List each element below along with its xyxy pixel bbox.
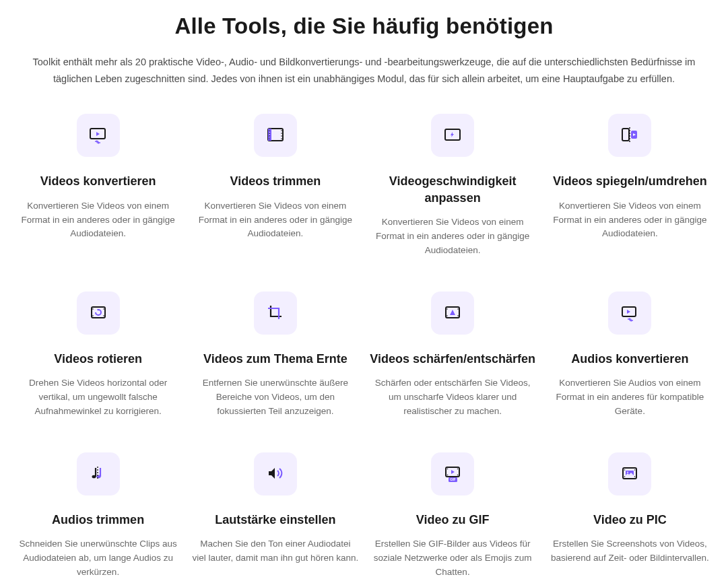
tool-title: Video zu PIC (593, 512, 667, 528)
tool-description: Entfernen Sie unerwünschte äußere Bereic… (192, 376, 358, 419)
video-mirror-icon (608, 114, 651, 157)
video-trim-icon (254, 114, 297, 157)
tool-title: Video zu GIF (416, 512, 490, 528)
tool-description: Schneiden Sie unerwünschte Clips aus Aud… (15, 537, 181, 580)
video-rotate-icon (77, 292, 120, 335)
tool-description: Schärfen oder entschärfen Sie Videos, um… (370, 376, 536, 419)
tool-card[interactable]: Videos rotierenDrehen Sie Videos horizon… (15, 292, 181, 419)
tool-card[interactable]: Videos spiegeln/umdrehenKonvertieren Sie… (547, 114, 713, 257)
tools-grid: Videos konvertierenKonvertieren Sie Vide… (7, 114, 721, 579)
tool-card[interactable]: Videos zum Thema ErnteEntfernen Sie uner… (192, 292, 358, 419)
tool-card[interactable]: Videos konvertierenKonvertieren Sie Vide… (15, 114, 181, 257)
tool-card[interactable]: Lautstärke einstellenMachen Sie den Ton … (192, 452, 358, 580)
tool-title: Audios konvertieren (571, 351, 688, 367)
audio-convert-icon (608, 292, 651, 335)
tool-title: Audios trimmen (52, 512, 144, 528)
tool-title: Lautstärke einstellen (215, 512, 335, 528)
tool-description: Konvertieren Sie Videos von einem Format… (370, 215, 536, 258)
page-title: Alle Tools, die Sie häufig benötigen (20, 13, 708, 39)
tool-title: Videos spiegeln/umdrehen (553, 173, 707, 189)
tool-description: Machen Sie den Ton einer Audiodatei viel… (192, 537, 358, 566)
tool-title: Videogeschwindigkeit anpassen (370, 173, 536, 206)
tool-description: Konvertieren Sie Audios von einem Format… (547, 376, 713, 419)
tool-card[interactable]: Video zu PICErstellen Sie Screenshots vo… (547, 452, 713, 580)
tool-card[interactable]: Audios trimmenSchneiden Sie unerwünschte… (15, 452, 181, 580)
tool-title: Videos trimmen (230, 173, 321, 189)
tool-description: Drehen Sie Videos horizontal oder vertik… (15, 376, 181, 419)
tool-card[interactable]: Videos trimmenKonvertieren Sie Videos vo… (192, 114, 358, 257)
tool-card[interactable]: Video zu GIFErstellen Sie GIF-Bilder aus… (370, 452, 536, 580)
video-gif-icon (431, 452, 474, 495)
tool-card[interactable]: Audios konvertierenKonvertieren Sie Audi… (547, 292, 713, 419)
tool-description: Erstellen Sie Screenshots von Videos, ba… (547, 537, 713, 566)
audio-trim-icon (77, 452, 120, 495)
tool-title: Videos konvertieren (40, 173, 156, 189)
page-header: Alle Tools, die Sie häufig benötigen Too… (7, 13, 721, 87)
tool-card[interactable]: Videos schärfen/entschärfenSchärfen oder… (370, 292, 536, 419)
video-crop-icon (254, 292, 297, 335)
tool-description: Konvertieren Sie Videos von einem Format… (192, 199, 358, 242)
page-subtitle: Toolkit enthält mehr als 20 praktische V… (21, 54, 708, 87)
video-pic-icon (608, 452, 651, 495)
tool-card[interactable]: Videogeschwindigkeit anpassenKonvertiere… (370, 114, 536, 257)
tool-title: Videos zum Thema Ernte (203, 351, 348, 367)
video-speed-icon (431, 114, 474, 157)
tool-description: Konvertieren Sie Videos von einem Format… (15, 199, 181, 242)
tool-description: Erstellen Sie GIF-Bilder aus Videos für … (370, 537, 536, 580)
tool-title: Videos schärfen/entschärfen (370, 351, 535, 367)
video-convert-icon (77, 114, 120, 157)
tool-title: Videos rotieren (54, 351, 142, 367)
volume-icon (254, 452, 297, 495)
tool-description: Konvertieren Sie Videos von einem Format… (547, 199, 713, 242)
video-sharpen-icon (431, 292, 474, 335)
